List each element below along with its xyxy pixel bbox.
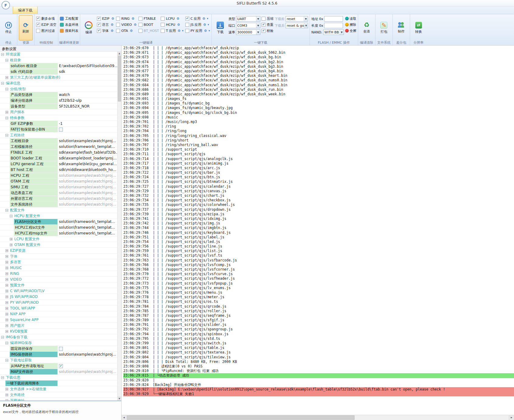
pack-button[interactable]: ✎ 打包 (377, 15, 391, 40)
special-check-option[interactable]: ✔删多余项 (36, 16, 57, 21)
tree-item-row[interactable]: HCPU 工程solution\examples\watch\proj... (0, 173, 117, 179)
param-label-cell[interactable]: 一键下载前调用脚本 (0, 381, 58, 386)
param-label-cell[interactable]: 文件系统路径 (0, 202, 58, 207)
param-value-cell[interactable]: E:\wxbao\OpenSiFli\solution09... (58, 63, 117, 69)
param-value-cell[interactable] (58, 127, 117, 132)
param-label-cell[interactable]: +OTAM 配置文件 (0, 242, 117, 248)
download-select[interactable]: 3000000▼ (236, 29, 260, 35)
param-value-cell[interactable] (58, 346, 117, 351)
compile-option[interactable]: BT_HOST (139, 28, 159, 33)
param-label-cell[interactable]: 工程根目录 (0, 138, 58, 144)
chevron-down-icon[interactable]: ▼ (304, 23, 308, 28)
collapse-icon[interactable]: − (1, 376, 4, 379)
collapse-icon[interactable]: − (10, 215, 12, 217)
param-value-cell[interactable]: -1 (58, 121, 117, 126)
scroll-right-button[interactable]: ▶ (509, 415, 514, 420)
param-value-cell[interactable]: sdk\example\flash_table\sf32lb... (58, 150, 117, 155)
param-label-cell[interactable]: −下载信息 (0, 375, 117, 380)
param-label-cell[interactable]: +C WF/APP/AOD/TLV (0, 288, 117, 294)
chevron-down-icon[interactable]: ▼ (256, 16, 260, 21)
tree-item-row[interactable]: 固定路径保存 (0, 346, 117, 352)
tree-item-row[interactable]: 文件系统路径solution\examples\watch\proj... (0, 202, 117, 207)
tree-item-row[interactable]: GIF EZIP参数-1 (0, 121, 117, 127)
settings-gear-icon[interactable]: ⚙ (177, 23, 180, 26)
tree-item-row[interactable]: HCPU工程sct文件solution\framework\_templat..… (0, 225, 117, 230)
tree-section-row[interactable]: −特殊参数 (0, 115, 117, 121)
expand-icon[interactable]: + (5, 249, 8, 252)
download-check-option[interactable]: ✔查重 (262, 22, 273, 27)
compile-option[interactable]: OTA⚙ (116, 28, 137, 33)
checkbox-unchecked[interactable] (185, 29, 189, 33)
checkbox-checked[interactable]: ✔ (59, 364, 63, 368)
refresh-button[interactable]: ⟳ 刷新 (19, 15, 33, 40)
tree-section-row[interactable]: +下载地址 (0, 398, 117, 401)
checkbox-unchecked[interactable] (36, 29, 40, 33)
tree-item-row[interactable]: FTABLE 工程sdk\example\flash_table\sf32lb.… (0, 150, 117, 155)
tree-section-row[interactable]: +MUSIC (0, 265, 117, 271)
expand-icon[interactable]: + (5, 255, 8, 258)
expand-icon[interactable]: + (5, 267, 8, 269)
param-value-cell[interactable]: solution\framework\_templat... (58, 144, 117, 149)
tree-section-row[interactable]: −环境设置 (0, 52, 117, 57)
scrollbar-thumb[interactable] (127, 415, 355, 420)
tree-item-row[interactable]: OTAM 工程solution\examples\watch\proj... (0, 179, 117, 184)
settings-gear-icon[interactable]: ⚙ (202, 17, 205, 20)
param-value-cell[interactable]: ✔ (58, 363, 117, 369)
param-label-cell[interactable]: +TOOL WF/APP (0, 306, 117, 311)
env-update-button[interactable]: 搜索列表 (60, 28, 78, 33)
checkbox-unchecked[interactable] (116, 29, 120, 33)
download-button[interactable]: ↓ 下载 (213, 15, 227, 40)
expand-icon[interactable]: + (5, 394, 8, 396)
tree-section-row[interactable]: −编译信息 (0, 80, 117, 86)
checkbox-unchecked[interactable] (161, 29, 165, 33)
param-label-cell[interactable]: 产品类型选择 (0, 92, 58, 97)
tree-section-row[interactable]: −下载信息 (0, 375, 117, 381)
compile-all-button[interactable]: ALL 编译 (82, 15, 96, 40)
param-label-cell[interactable]: 从MAP文件读取地址 (0, 363, 58, 369)
expand-icon[interactable]: + (5, 330, 8, 333)
collapse-icon[interactable]: − (5, 342, 8, 344)
checkbox-unchecked[interactable] (116, 17, 120, 21)
param-value-cell[interactable]: sdk\example\boot_loader\proj... (58, 155, 117, 161)
chevron-down-icon[interactable]: ▼ (256, 30, 260, 35)
param-label-cell[interactable]: +用户脚本 (0, 109, 117, 115)
chevron-down-icon[interactable]: ▼ (304, 16, 308, 21)
param-label-cell[interactable]: +VIDEO (0, 277, 117, 282)
chevron-down-icon[interactable]: ▾ (208, 23, 209, 26)
tree-item-row[interactable]: FAT打包保留最小BIN (0, 127, 117, 132)
compile-option[interactable]: ✔EZIP⚙ (97, 16, 114, 21)
param-value-cell[interactable] (58, 381, 117, 386)
param-label-cell[interactable]: −根目录 (0, 57, 117, 63)
checkbox-checked[interactable]: ✔ (97, 29, 101, 33)
checkbox-checked[interactable]: ✔ (262, 23, 266, 27)
settings-gear-icon[interactable]: ⚙ (111, 23, 114, 26)
compile-option[interactable]: PY 应用⚙▾ (185, 28, 210, 33)
param-label-cell[interactable]: MAP文件路径 (0, 369, 58, 374)
param-value-cell[interactable]: solution\examples\watch\proj... (58, 202, 117, 207)
flash-length-input[interactable] (324, 23, 343, 28)
expand-icon[interactable]: + (5, 295, 8, 298)
tree-item-row[interactable]: SIMU 工程solution\examples\watch\proj... (0, 184, 117, 190)
tree-item-row[interactable]: 工程根目录solution\examples\watch\proj... (0, 138, 117, 144)
checkbox-unchecked[interactable] (161, 17, 165, 21)
expand-icon[interactable]: + (5, 301, 8, 304)
download-select[interactable]: UART▼ (236, 16, 260, 22)
tree-section-row[interactable]: +字体 (0, 254, 117, 259)
param-label-cell[interactable]: IMG保存路径 (0, 352, 58, 357)
checkbox-checked[interactable]: ✔ (185, 17, 189, 21)
param-label-cell[interactable]: LCPU general 工程 (0, 161, 58, 167)
param-label-cell[interactable]: 动态表盘工程 (0, 190, 58, 196)
download-select[interactable]: COM3▼ (236, 23, 260, 28)
settings-gear-icon[interactable]: ⚙ (130, 29, 133, 32)
scroll-left-button[interactable]: ◀ (122, 415, 127, 420)
param-label-cell[interactable]: +文件选择 >>右键批量 (0, 386, 117, 392)
param-value-cell[interactable]: sdk\middleware\bluetooth_ho... (58, 167, 117, 172)
compile-option[interactable]: ✔C 应用⚙▾ (185, 16, 210, 21)
expand-icon[interactable]: + (5, 307, 8, 310)
param-label-cell[interactable]: −下载地址获取 (0, 357, 117, 363)
param-label-cell[interactable]: 固定路径保存 (0, 346, 58, 351)
param-value-cell[interactable]: sdk (58, 69, 117, 74)
param-label-cell[interactable]: −配置文件 (0, 207, 117, 213)
param-value-cell[interactable]: solution\examples\watch\proj... (58, 179, 117, 184)
flash-action-button[interactable]: 全擦 (345, 28, 356, 33)
